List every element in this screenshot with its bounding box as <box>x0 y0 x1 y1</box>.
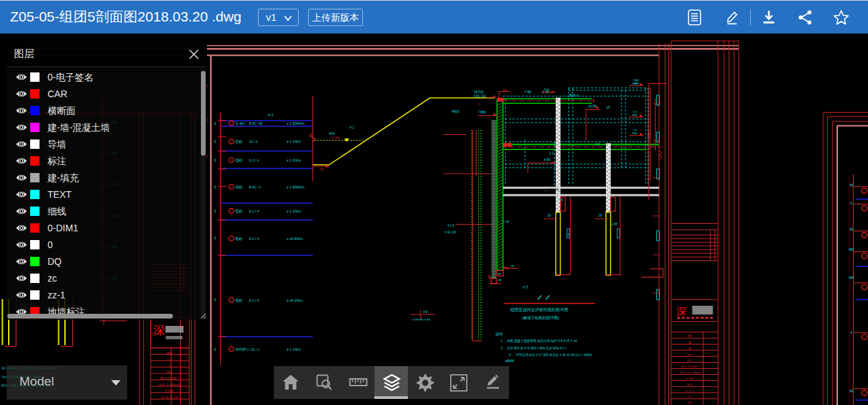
svg-text:hq1: hq1 <box>687 353 693 356</box>
svg-text:②粉: ②粉 <box>235 139 243 144</box>
svg-text:⑩DSP⊥: ⑩DSP⊥ <box>235 347 250 351</box>
svg-text:1 88: 1 88 <box>611 223 618 226</box>
svg-text:18 1 73 398 7: 18 1 73 398 7 <box>681 365 699 368</box>
svg-text:⑥粉: ⑥粉 <box>235 237 243 241</box>
svg-text:/ 10: / 10 <box>318 168 323 171</box>
svg-text:888: 888 <box>849 248 854 251</box>
svg-text:s z6 1N/m: s z6 1N/m <box>287 298 303 302</box>
svg-text:6.1 / 4: 6.1 / 4 <box>249 298 259 302</box>
svg-text:1 、本图 混凝土强度等级 如无注明 kg/7 0.6 A: 1 、本图 混凝土强度等级 如无注明 kg/7 0.6 A 1F 1 zd <box>501 339 577 343</box>
svg-text:888: 888 <box>632 131 638 135</box>
svg-text:88: 88 <box>849 184 853 187</box>
svg-text:钢筋: 钢筋 <box>167 351 173 355</box>
svg-text:组团五连同支护桩回筑剖面详图: 组团五连同支护桩回筑剖面详图 <box>510 307 569 312</box>
svg-text:88: 88 <box>689 401 692 404</box>
svg-text:88: 88 <box>498 278 502 282</box>
svg-text:s 1 1N/m: s 1 1N/m <box>287 158 301 162</box>
svg-text:B1F d: B1F d <box>569 93 579 97</box>
svg-text:工: 工 <box>168 363 171 367</box>
svg-text:4技: 4技 <box>688 334 693 337</box>
svg-text:7 888: 7 888 <box>478 111 486 114</box>
svg-text:8: 8 <box>851 202 853 205</box>
svg-text:d 1: d 1 <box>268 113 274 117</box>
svg-text:8: 8 <box>214 298 216 302</box>
svg-text:④粉: ④粉 <box>235 185 243 190</box>
svg-text:8: 8 <box>214 122 216 125</box>
svg-text:s 1 1N/m: s 1 1N/m <box>287 347 301 351</box>
svg-text:4 88: 4 88 <box>544 158 551 162</box>
svg-text:4 1: 4 1 <box>350 125 354 129</box>
svg-text:8: 8 <box>214 140 216 143</box>
svg-text:4 81 110: 4 81 110 <box>474 95 486 98</box>
svg-text:腰梁2 800: 腰梁2 800 <box>544 188 559 192</box>
svg-text:36 2: 36 2 <box>167 371 173 374</box>
svg-text:/ 11 / 1: / 11 / 1 <box>249 347 260 351</box>
svg-text:888: 888 <box>849 276 854 280</box>
svg-text:8.61 / z: 8.61 / z <box>249 185 261 189</box>
svg-text:①-W⊥: ①-W⊥ <box>235 121 246 125</box>
svg-text:08 4 21 308 7: 08 4 21 308 7 <box>160 377 179 380</box>
svg-text:h 68 88z 6 88: h 68 88z 6 88 <box>413 318 431 321</box>
svg-text:说明: 说明 <box>496 332 503 337</box>
svg-text:8: 8 <box>214 237 216 240</box>
svg-text:88: 88 <box>849 228 853 231</box>
svg-text:11 / z: 11 / z <box>249 139 258 143</box>
svg-text:8 1: 8 1 <box>596 143 601 146</box>
svg-text:88: 88 <box>511 264 514 268</box>
svg-text:h 41 10z: h 41 10z <box>445 231 457 234</box>
svg-text:8: 8 <box>214 186 216 189</box>
svg-text:8: 8 <box>214 210 216 213</box>
svg-text:8 8: 8 8 <box>423 310 428 314</box>
svg-text:重: 重 <box>689 341 692 344</box>
svg-text:4 1.5: 4 1.5 <box>447 224 455 227</box>
svg-text:1 m: 1 m <box>544 88 549 91</box>
svg-text:88: 88 <box>498 272 502 276</box>
svg-text:土方: 土方 <box>167 358 173 361</box>
svg-text:4%h: 4%h <box>329 132 336 135</box>
svg-text:7 88: 7 88 <box>524 90 531 94</box>
svg-text:19: 19 <box>547 214 551 217</box>
svg-text:hp: hp <box>503 89 507 92</box>
svg-text:88 2: 88 2 <box>687 383 693 386</box>
svg-text:z1 5: z1 5 <box>522 286 528 289</box>
svg-text:③粉: ③粉 <box>235 158 243 163</box>
svg-text:888: 888 <box>632 113 638 117</box>
svg-text:1007 11 40/km/8: 1007 11 40/km/8 <box>158 384 181 387</box>
svg-text:45.888: 45.888 <box>331 136 340 139</box>
svg-text:⑤粉: ⑤粉 <box>235 209 243 214</box>
svg-text:88: 88 <box>849 390 853 393</box>
svg-text:1 1: 1 1 <box>549 151 554 155</box>
svg-text:s 1 60kN/m: s 1 60kN/m <box>287 121 305 125</box>
svg-text:8.61 / W: 8.61 / W <box>249 121 263 125</box>
svg-text:19/700: 19/700 <box>474 91 484 94</box>
svg-text:s 1 60kN/m: s 1 60kN/m <box>287 185 305 189</box>
svg-text:s 1 1N/m: s 1 1N/m <box>287 209 301 213</box>
svg-text:8: 8 <box>851 331 853 335</box>
svg-text:2 、支撑 800 高 4 % 800 z kPa: 2 、支撑 800 高 4 % 800 z kPa 支护 kPa 4 z z <box>501 346 567 351</box>
svg-text:5 %k8: 5 %k8 <box>165 390 174 393</box>
svg-text:1F: 1F <box>606 105 610 109</box>
svg-text:1 8: 1 8 <box>688 395 693 398</box>
svg-text:5 7k8: 5 7k8 <box>686 377 694 380</box>
svg-text:6.1 / z: 6.1 / z <box>249 158 259 162</box>
svg-text:888: 888 <box>634 82 640 85</box>
svg-text:19: 19 <box>598 214 602 217</box>
svg-text:深: 深 <box>153 324 165 337</box>
svg-text:q8888: q8888 <box>505 359 514 363</box>
svg-text:07 41 41 1 8: 07 41 41 1 8 <box>161 396 178 400</box>
svg-text:深: 深 <box>676 305 686 316</box>
svg-text:核: 核 <box>689 347 692 350</box>
svg-text:1|: 1| <box>478 102 480 105</box>
svg-text:6.1 / 4: 6.1 / 4 <box>249 237 259 241</box>
svg-text:(兼地下结构剖面详图): (兼地下结构剖面详图) <box>522 315 559 321</box>
svg-text:s z6 6N/m: s z6 6N/m <box>287 237 303 241</box>
svg-text:6.1 / 4: 6.1 / 4 <box>249 209 259 213</box>
svg-text:4600: 4600 <box>451 109 459 113</box>
svg-text:/ 9 8: / 9 8 <box>557 198 563 202</box>
svg-text:⑨粉: ⑨粉 <box>235 298 243 303</box>
svg-text:/ 10: / 10 <box>634 78 640 82</box>
svg-text:±0.00: ±0.00 <box>588 105 596 108</box>
svg-text:07 41 4: 07 41 4 <box>685 389 695 392</box>
svg-text:s 1 1N/m: s 1 1N/m <box>287 139 301 143</box>
svg-text:8: 8 <box>214 348 216 351</box>
